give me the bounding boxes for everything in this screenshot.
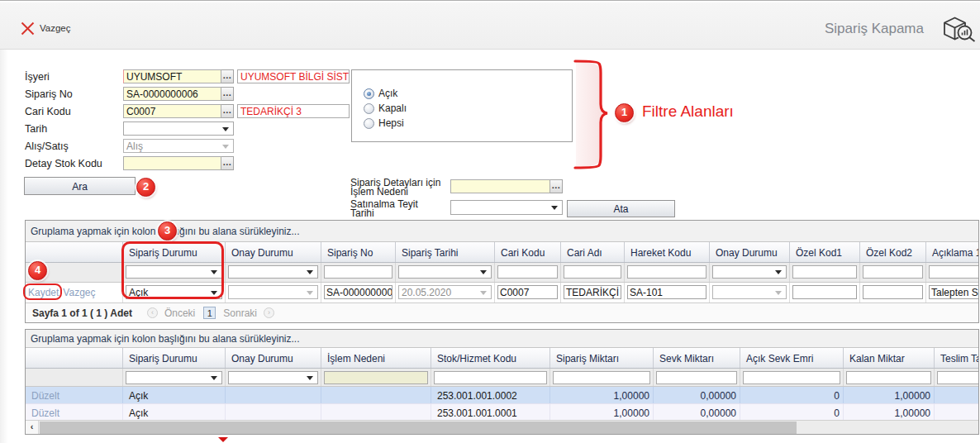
filter-select[interactable] xyxy=(228,371,318,384)
column-header[interactable]: Sevk Miktarı xyxy=(654,348,740,368)
detay-stok-kodu-input[interactable] xyxy=(123,156,221,170)
scroll-left-button[interactable]: ‹ xyxy=(26,421,39,434)
column-header[interactable]: Onay Durumu xyxy=(710,242,790,262)
horizontal-scrollbar[interactable]: ‹ xyxy=(26,420,979,434)
row-input[interactable] xyxy=(792,285,857,299)
order-row-cell xyxy=(860,283,926,302)
cancel-link[interactable]: Vazgeç xyxy=(63,287,95,298)
column-header[interactable] xyxy=(26,242,123,262)
filter-input[interactable] xyxy=(929,265,979,279)
chevron-down-icon xyxy=(307,270,313,274)
filter-select[interactable] xyxy=(228,265,318,279)
filter-input[interactable] xyxy=(324,265,392,279)
edit-link[interactable]: Düzelt xyxy=(31,390,59,402)
chevron-down-icon xyxy=(307,376,313,380)
column-header[interactable]: Sipariş No xyxy=(321,242,396,262)
column-header[interactable]: Cari Kodu xyxy=(495,242,561,262)
field-label-isyeri: İşyeri xyxy=(25,71,50,83)
filter-input[interactable] xyxy=(656,371,737,384)
column-header[interactable]: Sipariş Durumu xyxy=(123,348,226,368)
filter-input[interactable] xyxy=(792,265,857,279)
detay-stok-kodu-ellipsis-button[interactable]: ... xyxy=(221,156,234,170)
save-link[interactable]: Kaydet xyxy=(28,287,59,298)
column-header[interactable]: Özel Kod1 xyxy=(790,242,860,262)
row-input[interactable]: C0007 xyxy=(497,285,558,299)
tarih-select[interactable] xyxy=(123,121,234,136)
row-input[interactable]: Talepten Sipariş xyxy=(929,285,979,299)
filter-input[interactable] xyxy=(324,371,428,384)
row-input[interactable] xyxy=(863,285,923,299)
siparis-no-input[interactable]: SA-0000000006 xyxy=(123,87,221,101)
filter-input[interactable] xyxy=(497,265,558,279)
siparis-no-ellipsis-button[interactable]: ... xyxy=(221,87,234,101)
filter-input[interactable] xyxy=(564,265,621,279)
filter-input[interactable] xyxy=(627,265,706,279)
column-header-row: Sipariş DurumuOnay Durumuİşlem NedeniSto… xyxy=(26,348,979,369)
column-header[interactable]: Onay Durumu xyxy=(226,242,321,262)
alis-satis-select[interactable]: Alış xyxy=(123,139,234,153)
column-header[interactable]: Açıklama 1 xyxy=(926,242,979,262)
red-x-icon xyxy=(20,21,36,36)
radio-hepsi[interactable]: Hepsi xyxy=(364,117,404,129)
column-header[interactable]: Cari Adı xyxy=(561,242,625,262)
isyeri-input[interactable]: UYUMSOFT xyxy=(123,69,221,83)
pager-page-1[interactable]: 1 xyxy=(203,307,216,319)
cari-kodu-ellipsis-button[interactable]: ... xyxy=(221,104,234,118)
cari-kodu-input[interactable]: C0007 xyxy=(123,104,221,118)
isyeri-ellipsis-button[interactable]: ... xyxy=(221,69,234,83)
row-input[interactable]: SA-0000000006 xyxy=(324,285,392,299)
row-select[interactable] xyxy=(228,285,318,299)
filter-input[interactable] xyxy=(434,371,547,384)
alis-satis-select-wrap: Alış xyxy=(123,139,234,153)
row-input[interactable]: SA-101 xyxy=(627,285,706,299)
filter-input[interactable] xyxy=(743,371,840,384)
filter-select[interactable] xyxy=(126,371,222,384)
filter-input[interactable] xyxy=(846,371,931,384)
pager-prev-label[interactable]: Önceki xyxy=(164,307,195,319)
radio-kapali[interactable]: Kapalı xyxy=(364,102,407,114)
row-select[interactable]: 20.05.2020 xyxy=(398,285,492,299)
filter-cell xyxy=(935,369,979,386)
row-select[interactable]: Açık xyxy=(126,285,222,299)
filter-select[interactable] xyxy=(126,265,222,279)
filter-input[interactable] xyxy=(553,371,650,384)
filter-input[interactable] xyxy=(863,265,923,279)
detail-row[interactable]: DüzeltAçık253.001.001.00011,000000,00000… xyxy=(26,403,979,420)
filter-cell xyxy=(740,369,844,386)
detail-reason-ellipsis-button[interactable]: ... xyxy=(550,179,563,193)
radio-acik[interactable]: Açık xyxy=(364,88,397,99)
column-header[interactable]: Sipariş Tarihi xyxy=(396,242,495,262)
filter-input[interactable] xyxy=(937,371,979,384)
column-header[interactable]: Açık Sevk Emri xyxy=(740,348,844,368)
pager-next-icon[interactable]: › xyxy=(264,307,274,318)
row-input[interactable]: TEDARİKÇİ 3 xyxy=(564,285,621,299)
detail-row[interactable]: DüzeltAçık253.001.001.00021,000000,00000… xyxy=(26,387,979,403)
order-close-window: Vazgeç Sipariş Kapama İşyeri Sipariş No … xyxy=(0,0,980,443)
pager-text: Sayfa 1 of 1 ( 1 ) Adet xyxy=(32,307,132,319)
column-header[interactable]: Teslim Tarihi xyxy=(935,348,979,368)
column-header[interactable]: Sipariş Miktarı xyxy=(550,348,654,368)
column-header[interactable]: Özel Kod2 xyxy=(860,242,926,262)
row-select[interactable] xyxy=(712,285,787,299)
cancel-button[interactable]: Vazgeç xyxy=(20,19,71,37)
filter-select[interactable] xyxy=(712,265,787,279)
confirm-date-select[interactable] xyxy=(450,200,563,215)
scrollbar-thumb[interactable] xyxy=(40,422,797,434)
filter-cell xyxy=(226,263,321,282)
column-header[interactable]: Sipariş Durumu xyxy=(123,242,226,262)
column-header[interactable]: İşlem Nedeni xyxy=(321,348,431,368)
filter-select[interactable] xyxy=(398,265,492,279)
column-header[interactable]: Stok/Hizmet Kodu xyxy=(431,348,550,368)
column-header[interactable]: Hareket Kodu xyxy=(625,242,710,262)
column-header[interactable]: Kalan Miktar xyxy=(844,348,935,368)
detail-reason-input[interactable] xyxy=(450,179,550,193)
pager-next-label[interactable]: Sonraki xyxy=(223,307,257,319)
filter-cell xyxy=(123,369,226,386)
ara-button[interactable]: Ara xyxy=(24,177,136,195)
ata-button[interactable]: Ata xyxy=(567,200,675,217)
column-header[interactable] xyxy=(26,348,123,368)
order-row-cell xyxy=(710,283,790,302)
pager-prev-icon[interactable]: ‹ xyxy=(147,307,158,318)
column-header[interactable]: Onay Durumu xyxy=(226,348,321,368)
edit-link[interactable]: Düzelt xyxy=(31,407,59,419)
